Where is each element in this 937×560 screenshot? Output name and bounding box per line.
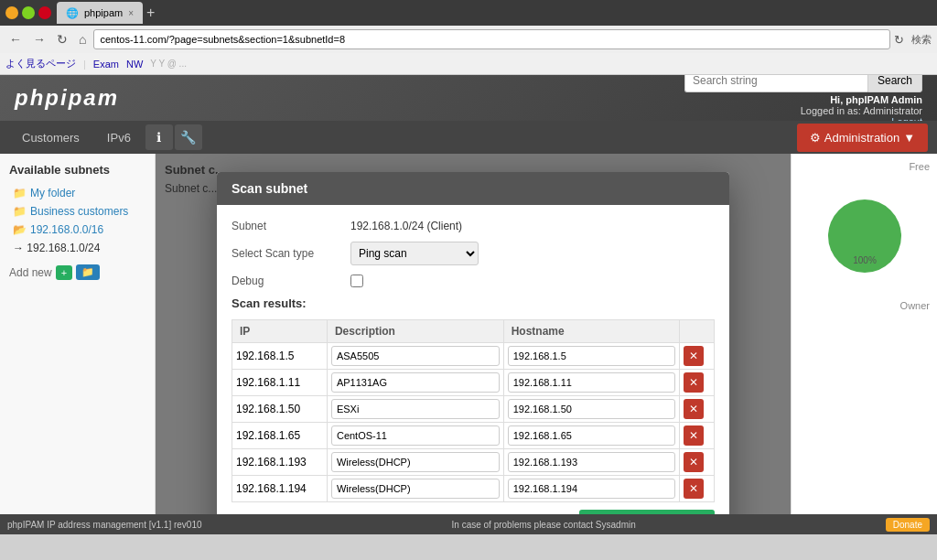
delete-button[interactable]: ✕ [684,346,704,366]
modal-header: Scan subnet [217,172,729,205]
hostname-input[interactable] [508,479,676,499]
donate-button[interactable]: Donate [886,518,930,532]
header-right: Search Hi, phpIPAM Admin Logged in as: A… [684,75,922,121]
tab-close-icon[interactable]: × [128,8,134,18]
cell-hostname [503,423,680,449]
folder-icon: 📁 [13,205,27,218]
scan-type-select[interactable]: Ping scan SNMP scan Nmap scan [350,242,479,265]
close-button[interactable] [38,6,51,19]
cell-ip: 192.168.1.65 [232,423,328,449]
table-row: 192.168.1.50 ✕ [232,396,715,423]
scan-type-label: Select Scan type [232,247,350,260]
cell-ip: 192.168.1.194 [232,476,328,502]
home-button[interactable]: ⌂ [75,30,90,48]
chart-legend-free: Free [799,161,930,172]
description-input[interactable] [331,346,500,366]
maximize-button[interactable] [22,6,35,19]
nav-customers[interactable]: Customers [9,124,92,152]
pie-chart: 100% [819,190,910,282]
description-input[interactable] [331,425,500,446]
tab-favicon: 🌐 [66,7,79,19]
cell-description [327,423,503,449]
minimize-button[interactable] [5,6,18,19]
back-button[interactable]: ← [5,30,26,48]
nav-ipv6[interactable]: IPv6 [94,124,144,152]
table-header-row: IP Description Hostname [232,320,715,343]
add-hosts-button[interactable]: + Add discovered hosts [579,510,715,514]
app-logo: phpipam [15,85,119,111]
description-input[interactable] [331,372,500,393]
bookmark-exam[interactable]: Exam [93,59,119,70]
cell-description [327,343,503,370]
modal-overlay: Scan subnet Subnet 192.168.1.0/24 (Clien… [156,154,791,514]
col-ip: IP [232,320,328,343]
search-input[interactable] [684,75,867,92]
add-new-bar: Add new + 📁 [9,264,145,280]
cell-action: ✕ [680,449,715,476]
hostname-input[interactable] [508,399,676,419]
cell-action: ✕ [680,343,715,370]
tools-button[interactable]: 🔧 [175,124,202,150]
status-bar: phpIPAM IP address management [v1.1] rev… [0,514,937,534]
bookmarks-bar: よく見るページ | Exam NW Y Y @ ... [0,53,937,75]
content-area: Subnet c... Subnet c... Scan subnet Subn… [156,154,791,514]
svg-text:100%: 100% [853,255,877,265]
sidebar-item-label: My folder [30,187,75,199]
hostname-input[interactable] [508,452,676,472]
logout-link[interactable]: Logout [891,116,922,121]
table-row: 192.168.1.194 ✕ [232,476,715,502]
hostname-input[interactable] [508,346,676,366]
status-left: phpIPAM IP address management [v1.1] rev… [7,520,202,530]
pie-chart-container: 100% [799,190,930,282]
cell-action: ✕ [680,396,715,423]
hostname-input[interactable] [508,425,676,446]
reload-button[interactable]: ↻ [53,30,71,48]
search-button[interactable]: Search [867,75,922,92]
window-controls [5,6,51,19]
browser-nav-bar: ← → ↻ ⌂ ↻ 検索 [0,26,937,53]
sidebar-item-network[interactable]: 📂 192.168.0.0/16 [9,221,145,239]
description-input[interactable] [331,399,500,419]
delete-button[interactable]: ✕ [684,399,704,419]
info-button[interactable]: ℹ [145,124,173,150]
add-new-label: Add new [9,266,52,279]
sidebar-item-myfolder[interactable]: 📁 My folder [9,184,145,202]
table-row: 192.168.1.193 ✕ [232,449,715,476]
add-button[interactable]: + [56,265,72,280]
results-table: IP Description Hostname 192.168.1.5 ✕ 19… [232,319,715,502]
subnet-label: → 192.168.1.0/24 [13,242,100,254]
delete-button[interactable]: ✕ [684,425,704,446]
cell-action: ✕ [680,476,715,502]
folder-button[interactable]: 📁 [76,264,100,280]
bookmark-item[interactable]: よく見るページ [5,57,76,70]
description-input[interactable] [331,479,500,499]
cell-hostname [503,449,680,476]
col-hostname: Hostname [503,320,680,343]
hostname-input[interactable] [508,372,676,393]
table-row: 192.168.1.65 ✕ [232,423,715,449]
browser-tab[interactable]: 🌐 phpipam × [57,2,143,24]
debug-row: Debug [232,275,715,287]
sidebar-item-label: 192.168.0.0/16 [30,223,103,236]
modal-title: Scan subnet [232,181,307,196]
delete-button[interactable]: ✕ [684,372,704,393]
refresh-button[interactable]: ↻ [894,33,904,47]
sidebar-item-subnet[interactable]: → 192.168.1.0/24 [9,239,145,257]
chart-area: Free 100% Owner [791,154,937,514]
add-hosts-container: + Add discovered hosts [232,510,715,514]
address-bar[interactable] [93,29,890,49]
cell-hostname [503,343,680,370]
description-input[interactable] [331,452,500,472]
debug-checkbox[interactable] [350,275,363,287]
cell-description [327,476,503,502]
debug-label: Debug [232,275,350,287]
cell-hostname [503,370,680,396]
forward-button[interactable]: → [29,30,49,48]
sidebar-item-business[interactable]: 📁 Business customers [9,202,145,221]
table-row: 192.168.1.5 ✕ [232,343,715,370]
new-tab-button[interactable]: + [146,5,155,21]
administration-button[interactable]: ⚙ Administration ▼ [797,124,928,152]
delete-button[interactable]: ✕ [684,452,704,472]
delete-button[interactable]: ✕ [684,479,704,499]
bookmark-nw[interactable]: NW [126,59,143,70]
